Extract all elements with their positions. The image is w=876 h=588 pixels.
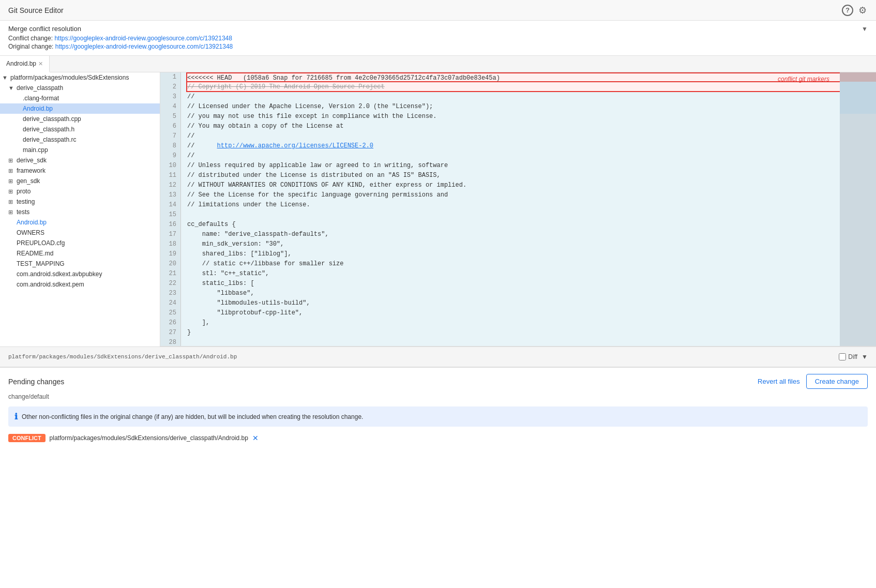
code-line-1: <<<<<<< HEAD (1058a6 Snap for 7216685 fr… [186, 72, 870, 82]
help-icon[interactable]: ? [842, 5, 853, 16]
spacer [8, 271, 14, 277]
conflict-change-row: Conflict change: https://googleplex-andr… [8, 35, 868, 42]
tree-item-avbpubkey[interactable]: com.android.sdkext.avbpubkey [0, 269, 160, 279]
code-line-22: static_libs: [ [187, 279, 870, 289]
code-line-4: // Licensed under the Apache License, Ve… [187, 102, 870, 112]
spacer [14, 95, 21, 101]
info-message: Other non-conflicting files in the origi… [22, 413, 363, 420]
expand-icon: ⊞ [8, 199, 14, 205]
tree-item-derive-classpath-rc[interactable]: derive_classpath.rc [0, 134, 160, 145]
code-line-8: // http://www.apache.org/licenses/LICENS… [187, 141, 870, 151]
revert-all-button[interactable]: Revert all files [758, 378, 800, 385]
conflict-close-icon[interactable]: ✕ [252, 434, 259, 442]
tree-item-readme[interactable]: README.md [0, 248, 160, 259]
code-line-14: // limitations under the License. [187, 200, 870, 210]
tree-item-preupload[interactable]: PREUPLOAD.cfg [0, 238, 160, 248]
tree-item-owners[interactable]: OWNERS [0, 228, 160, 238]
title-bar: Git Source Editor ? ⚙ [0, 0, 876, 21]
pending-title: Pending changes [8, 378, 64, 386]
tree-item-testing[interactable]: ⊞ testing [0, 197, 160, 207]
pending-changes-panel: Pending changes Revert all files Create … [0, 367, 876, 445]
tab-label: Android.bp [6, 60, 36, 67]
expand-icon: ⊞ [8, 178, 14, 185]
diff-checkbox-area[interactable]: Diff [839, 353, 857, 360]
code-line-21: stl: "c++_static", [187, 269, 870, 279]
code-line-12: // WITHOUT WARRANTIES OR CONDITIONS OF A… [187, 180, 870, 190]
tree-item-derive-classpath[interactable]: ▼ derive_classpath [0, 83, 160, 93]
tree-item-main-cpp[interactable]: main.cpp [0, 145, 160, 155]
code-editor: 1 2 3 4 5 6 7 8 9 10 11 12 13 14 15 16 1… [160, 72, 876, 346]
expand-icon: ⊞ [8, 157, 14, 164]
expand-icon: ⊞ [8, 188, 14, 195]
tree-item-pem[interactable]: com.android.sdkext.pem [0, 279, 160, 290]
file-tree-sidebar: ▼ platform/packages/modules/SdkExtension… [0, 72, 160, 346]
merge-header-title: Merge conflict resolution ▼ [8, 25, 868, 33]
original-change-row: Original change: https://googleplex-andr… [8, 43, 868, 50]
tab-android-bp[interactable]: Android.bp ✕ [0, 56, 50, 72]
code-line-6: // You may obtain a copy of the License … [187, 122, 870, 131]
tree-item-tests[interactable]: ⊞ tests [0, 207, 160, 217]
diff-label: Diff [848, 353, 857, 360]
conflict-file-path: platform/packages/modules/SdkExtensions/… [50, 434, 248, 442]
minimap [840, 72, 876, 346]
original-change-link[interactable]: https://googleplex-android-review.google… [55, 43, 233, 50]
editor-area: ▼ platform/packages/modules/SdkExtension… [0, 72, 876, 346]
code-line-15 [187, 210, 870, 220]
file-path: platform/packages/modules/SdkExtensions/… [8, 354, 237, 360]
tree-item-root[interactable]: ▼ platform/packages/modules/SdkExtension… [0, 72, 160, 83]
code-line-3: // [187, 92, 870, 102]
info-icon: ℹ [14, 412, 18, 421]
tree-item-derive-classpath-cpp[interactable]: derive_classpath.cpp [0, 114, 160, 124]
code-line-26: ], [187, 318, 870, 328]
create-change-button[interactable]: Create change [806, 374, 868, 389]
settings-icon[interactable]: ⚙ [857, 5, 868, 16]
code-lines[interactable]: <<<<<<< HEAD (1058a6 Snap for 7216685 fr… [181, 72, 876, 346]
code-line-20: // static c++/libbase for smaller size [187, 259, 870, 269]
spacer [8, 230, 14, 236]
status-right: Diff ▼ [839, 353, 868, 360]
code-line-5: // you may not use this file except in c… [187, 112, 870, 122]
tree-item-gen-sdk[interactable]: ⊞ gen_sdk [0, 176, 160, 186]
spacer [14, 116, 21, 122]
tree-item-android-bp-active[interactable]: Android.bp [0, 103, 160, 114]
diff-dropdown-arrow[interactable]: ▼ [862, 353, 868, 360]
title-bar-icons: ? ⚙ [842, 5, 868, 16]
code-line-18: min_sdk_version: "30", [187, 239, 870, 249]
merge-dropdown-arrow[interactable]: ▼ [862, 25, 868, 33]
tab-close-icon[interactable]: ✕ [38, 61, 43, 67]
conflict-git-markers-label: conflict git markers [778, 76, 829, 83]
spacer [8, 281, 14, 288]
expand-icon: ⊞ [8, 209, 14, 216]
diff-checkbox[interactable] [839, 353, 846, 360]
code-line-13: // See the License for the specific lang… [187, 190, 870, 200]
expand-icon: ⊞ [8, 168, 14, 174]
conflict-badge: CONFLICT [8, 434, 46, 442]
tree-item-derive-sdk[interactable]: ⊞ derive_sdk [0, 155, 160, 165]
spacer [8, 219, 14, 225]
tree-item-test-mapping[interactable]: TEST_MAPPING [0, 259, 160, 269]
title-bar-left: Git Source Editor [8, 6, 64, 14]
tree-item-framework[interactable]: ⊞ framework [0, 165, 160, 176]
expand-icon: ▼ [8, 85, 14, 91]
status-bar: platform/packages/modules/SdkExtensions/… [0, 346, 876, 367]
line-numbers: 1 2 3 4 5 6 7 8 9 10 11 12 13 14 15 16 1… [160, 72, 181, 346]
conflict-change-link[interactable]: https://googleplex-android-review.google… [54, 35, 232, 42]
code-line-2: // Copyright (C) 2019 The Android Open S… [186, 82, 870, 92]
code-line-16: cc_defaults { [187, 220, 870, 230]
code-line-25: "libprotobuf-cpp-lite", [187, 308, 870, 318]
spacer [8, 240, 14, 246]
tree-item-android-bp-link[interactable]: Android.bp [0, 217, 160, 228]
spacer [14, 126, 21, 132]
pending-subtitle: change/default [0, 393, 876, 404]
conflict-row: CONFLICT platform/packages/modules/SdkEx… [0, 431, 876, 445]
spacer [8, 261, 14, 267]
merge-header: Merge conflict resolution ▼ Conflict cha… [0, 21, 876, 56]
code-line-7: // [187, 131, 870, 141]
tree-item-clang-format[interactable]: .clang-format [0, 93, 160, 103]
tree-item-proto[interactable]: ⊞ proto [0, 186, 160, 197]
tree-item-derive-classpath-h[interactable]: derive_classpath.h [0, 124, 160, 134]
code-line-10: // Unless required by applicable law or … [187, 161, 870, 171]
code-line-28 [187, 338, 870, 346]
code-editor-area[interactable]: conflict git markers 1 2 3 4 5 6 7 8 9 1… [160, 72, 876, 346]
code-line-17: name: "derive_classpath-defaults", [187, 230, 870, 239]
